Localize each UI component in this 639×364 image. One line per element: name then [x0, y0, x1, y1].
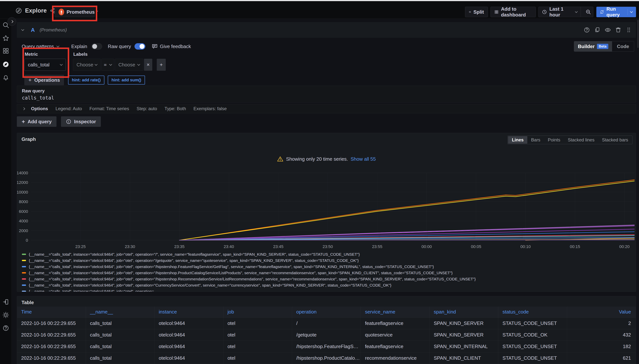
- table-cell: quoteservice: [361, 329, 430, 340]
- zoom-out-button[interactable]: [583, 7, 593, 17]
- builder-mode-button[interactable]: Builder Beta: [574, 41, 612, 52]
- datasource-name: Prometheus: [66, 9, 95, 15]
- page-scrollbar[interactable]: [638, 20, 638, 48]
- table-cell: 182: [567, 340, 636, 352]
- x-axis-tick-label: 00:15: [570, 244, 580, 249]
- delete-query-trash-icon[interactable]: [615, 27, 622, 33]
- label-operator-select[interactable]: =: [102, 59, 114, 71]
- table-column-header-status-code[interactable]: status_code: [498, 306, 567, 318]
- table-cell: 2022-10-16 00:22:29.655: [17, 329, 86, 340]
- table-cell: 2022-10-16 00:22:29.655: [17, 352, 86, 364]
- hide-query-eye-icon[interactable]: [604, 27, 611, 33]
- x-axis-tick-label: 00:00: [422, 244, 432, 249]
- table-column-header-job[interactable]: job: [223, 306, 292, 318]
- hint-button[interactable]: hint: add rate(): [68, 76, 104, 84]
- table-row: 2022-10-16 00:22:29.655calls_totalotelco…: [17, 340, 636, 352]
- grafana-logo[interactable]: [2, 7, 10, 15]
- metric-select[interactable]: calls_total: [24, 59, 66, 71]
- editor-mode-switch: Builder Beta Code: [574, 41, 634, 52]
- query-help-icon[interactable]: [584, 27, 590, 33]
- table-cell: 621: [567, 352, 636, 364]
- x-axis-tick-label: 00:05: [471, 244, 481, 249]
- table-cell: 2022-10-16 00:22:29.655: [17, 318, 86, 329]
- x-axis-tick-label: 23:25: [76, 244, 86, 249]
- legend-item[interactable]: {__name__="calls_total", instance="otelc…: [22, 270, 636, 276]
- apps-icon[interactable]: [2, 48, 9, 54]
- add-label-filter-button[interactable]: +: [157, 59, 166, 71]
- table-cell: otel: [223, 352, 292, 364]
- explore-nav-icon[interactable]: [2, 61, 9, 68]
- star-icon[interactable]: [2, 35, 9, 42]
- drag-handle-icon[interactable]: [626, 27, 632, 33]
- query-options-bar[interactable]: Options Legend: AutoFormat: Time seriesS…: [17, 104, 636, 113]
- duplicate-query-icon[interactable]: [594, 27, 600, 33]
- sign-in-icon[interactable]: [2, 298, 9, 305]
- run-query-caret[interactable]: [628, 9, 632, 15]
- raw-query-toggle[interactable]: [134, 43, 145, 50]
- time-range-label: Last 1 hour: [550, 6, 573, 18]
- legend-item[interactable]: {__name__="calls_total", instance="otelc…: [22, 282, 636, 288]
- legend-item[interactable]: {__name__="calls_total", instance="otelc…: [22, 276, 636, 282]
- add-query-button[interactable]: + Add query: [17, 116, 56, 127]
- table-cell: otel: [223, 329, 292, 340]
- label-value-select[interactable]: Choose: [115, 59, 143, 71]
- legend-item[interactable]: {__name__="calls_total", instance="otelc…: [22, 251, 636, 258]
- page-title: Explore: [25, 7, 47, 14]
- alerting-bell-icon[interactable]: [2, 74, 9, 81]
- zoom-out-icon: [585, 9, 591, 15]
- chart-series-line: [180, 240, 634, 240]
- left-sidebar: [0, 19, 12, 364]
- query-row-header[interactable]: A (Prometheus): [17, 22, 636, 38]
- legend-item[interactable]: {__name__="calls_total", instance="otelc…: [22, 288, 636, 292]
- code-mode-button[interactable]: Code: [612, 44, 634, 50]
- add-to-dashboard-label: Add to dashboard: [501, 6, 532, 18]
- datasource-picker[interactable]: Prometheus: [54, 7, 95, 17]
- give-feedback-link[interactable]: Give feedback: [160, 44, 191, 50]
- option-summary-item: Step: auto: [136, 106, 157, 111]
- split-button[interactable]: Split: [465, 7, 488, 17]
- table-column-header--name-[interactable]: __name__: [86, 306, 155, 318]
- add-to-dashboard-button[interactable]: Add to dashboard: [490, 7, 536, 17]
- table-cell: SPAN_KIND_SERVER: [430, 329, 498, 340]
- run-query-button[interactable]: Run query: [596, 7, 636, 17]
- collapse-chevron-icon[interactable]: [21, 28, 24, 31]
- inspector-button[interactable]: Inspector: [61, 116, 101, 127]
- table-column-header-value[interactable]: Value: [567, 306, 636, 318]
- table-cell: SPAN_KIND_CLIENT: [430, 352, 498, 364]
- query-patterns-dropdown[interactable]: Query patterns: [22, 44, 54, 50]
- option-summary-item: Exemplars: false: [194, 106, 226, 111]
- x-axis-tick-label: 23:40: [224, 244, 234, 249]
- table-cell: STATUS_CODE_OK: [498, 329, 567, 340]
- settings-gear-icon[interactable]: [2, 312, 9, 318]
- legend-item[interactable]: {__name__="calls_total", instance="otelc…: [22, 264, 636, 270]
- option-summary-item: Type: Both: [164, 106, 186, 111]
- table-column-header-span-kind[interactable]: span_kind: [430, 306, 498, 318]
- time-range-button[interactable]: Last 1 hour: [538, 7, 581, 17]
- x-axis-tick-label: 23:45: [273, 244, 284, 249]
- legend-item[interactable]: {__name__="calls_total", instance="otelc…: [22, 258, 636, 264]
- table-column-header-operation[interactable]: operation: [292, 306, 361, 318]
- label-key-placeholder: Choose: [76, 62, 93, 68]
- refresh-icon: [600, 9, 604, 15]
- hint-button[interactable]: hint: add sum(): [108, 76, 145, 84]
- top-navbar: Explore Prometheus Split Add to dashboar…: [0, 1, 639, 19]
- table-cell: calls_total: [86, 352, 155, 364]
- options-title: Options: [31, 106, 48, 111]
- x-axis-tick-label: 23:35: [174, 244, 185, 249]
- help-icon[interactable]: [2, 325, 9, 332]
- legend-series-label: {__name__="calls_total", instance="otelc…: [29, 258, 358, 263]
- raw-query-preview: Raw query calls_total: [17, 86, 636, 102]
- remove-label-filter-button[interactable]: ×: [144, 59, 152, 71]
- sidebar-expand-button[interactable]: [8, 17, 16, 26]
- table-cell: otelcol:9464: [154, 318, 223, 329]
- table-column-header-instance[interactable]: instance: [154, 306, 223, 318]
- table-cell: STATUS_CODE_UNSET: [498, 352, 567, 364]
- chevron-down-icon: [575, 10, 578, 13]
- x-axis-tick-label: 00:10: [520, 244, 531, 249]
- explain-toggle[interactable]: [91, 43, 102, 50]
- graph-legend: {__name__="calls_total", instance="otelc…: [22, 251, 636, 292]
- add-operations-button[interactable]: + Operations: [24, 75, 64, 85]
- table-column-header-time[interactable]: Time: [17, 306, 86, 318]
- label-key-select[interactable]: Choose: [73, 59, 101, 71]
- table-column-header-service-name[interactable]: service_name: [361, 306, 430, 318]
